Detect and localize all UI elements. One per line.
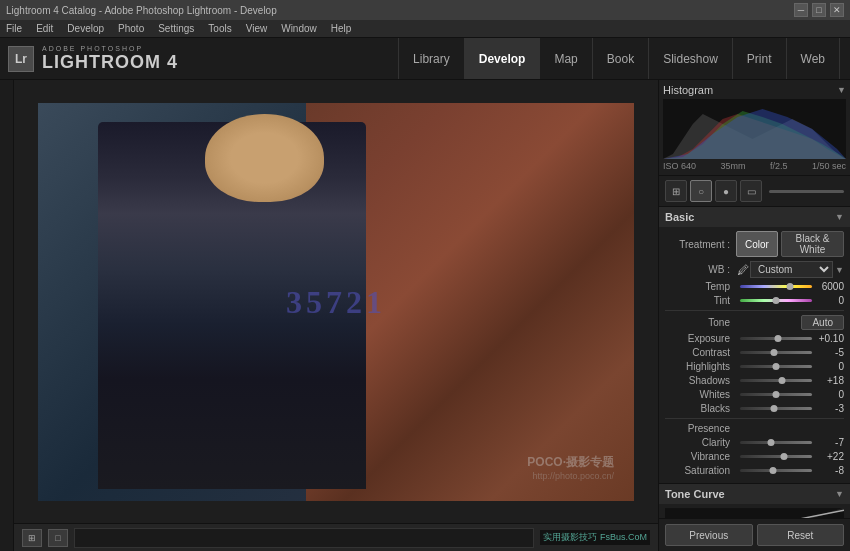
nav-tab-develop[interactable]: Develop <box>464 38 540 79</box>
temp-slider-row: Temp 6000 <box>665 281 844 292</box>
saturation-label: Saturation <box>665 465 730 476</box>
exposure-slider-row: Exposure +0.10 <box>665 333 844 344</box>
eyedropper-icon[interactable]: 🖉 <box>736 263 750 277</box>
reset-button[interactable]: Reset <box>757 524 845 546</box>
basic-section-header[interactable]: Basic ▼ <box>659 207 850 227</box>
menu-window[interactable]: Window <box>281 23 317 34</box>
menu-develop[interactable]: Develop <box>67 23 104 34</box>
tint-value: 0 <box>816 295 844 306</box>
auto-button[interactable]: Auto <box>801 315 844 330</box>
nav-tab-map[interactable]: Map <box>539 38 591 79</box>
nav-tab-slideshow[interactable]: Slideshow <box>648 38 732 79</box>
logo-area: Lr ADOBE PHOTOSHOP LIGHTROOM 4 <box>8 45 178 73</box>
contrast-thumb[interactable] <box>770 349 777 356</box>
highlights-label: Highlights <box>665 361 730 372</box>
shadows-track[interactable] <box>740 379 812 382</box>
nav-tab-web[interactable]: Web <box>786 38 840 79</box>
shadows-thumb[interactable] <box>779 377 786 384</box>
tone-row: Tone Auto <box>665 315 844 330</box>
highlights-track[interactable] <box>740 365 812 368</box>
menu-edit[interactable]: Edit <box>36 23 53 34</box>
tint-label: Tint <box>665 295 730 306</box>
titlebar-controls: ─ □ ✕ <box>794 3 844 17</box>
whites-slider-row: Whites 0 <box>665 389 844 400</box>
loupe-view-button[interactable]: □ <box>48 529 68 547</box>
exposure-thumb[interactable] <box>775 335 782 342</box>
saturation-slider-row: Saturation -8 <box>665 465 844 476</box>
person-head <box>205 114 324 202</box>
saturation-thumb[interactable] <box>770 467 777 474</box>
menu-photo[interactable]: Photo <box>118 23 144 34</box>
contrast-value: -5 <box>816 347 844 358</box>
clarity-track[interactable] <box>740 441 812 444</box>
left-panel <box>0 80 14 551</box>
red-eye-tool[interactable]: ● <box>715 180 737 202</box>
spot-heal-tool[interactable]: ○ <box>690 180 712 202</box>
menu-help[interactable]: Help <box>331 23 352 34</box>
tint-thumb[interactable] <box>773 297 780 304</box>
nav-tab-library[interactable]: Library <box>398 38 464 79</box>
menu-view[interactable]: View <box>246 23 268 34</box>
nav-tab-book[interactable]: Book <box>592 38 648 79</box>
menu-tools[interactable]: Tools <box>208 23 231 34</box>
highlights-value: 0 <box>816 361 844 372</box>
blacks-track[interactable] <box>740 407 812 410</box>
bottom-label: 实用摄影技巧 FsBus.CoM <box>540 530 650 545</box>
tone-label: Tone <box>665 317 730 328</box>
previous-button[interactable]: Previous <box>665 524 753 546</box>
highlights-thumb[interactable] <box>773 363 780 370</box>
tone-curve-header[interactable]: Tone Curve ▼ <box>659 484 850 504</box>
basic-chevron: ▼ <box>835 212 844 222</box>
vibrance-track[interactable] <box>740 455 812 458</box>
vibrance-thumb[interactable] <box>780 453 787 460</box>
photo-container: 35721 POCO·摄影专题 http://photo.poco.cn/ <box>38 103 634 501</box>
wb-row: WB : 🖉 Custom ▼ <box>665 261 844 278</box>
vibrance-label: Vibrance <box>665 451 730 462</box>
temp-label: Temp <box>665 281 730 292</box>
menubar: File Edit Develop Photo Settings Tools V… <box>0 20 850 38</box>
saturation-track[interactable] <box>740 469 812 472</box>
tone-curve-content <box>659 504 850 518</box>
basic-content: Treatment : Color Black & White WB : 🖉 C… <box>659 227 850 483</box>
lr-badge: Lr <box>8 46 34 72</box>
tint-track[interactable] <box>740 299 812 302</box>
photo-area: 35721 POCO·摄影专题 http://photo.poco.cn/ <box>14 80 658 523</box>
tool-slider[interactable] <box>769 190 844 193</box>
tone-curve-section: Tone Curve ▼ <box>659 484 850 518</box>
header: Lr ADOBE PHOTOSHOP LIGHTROOM 4 Library D… <box>0 38 850 80</box>
menu-settings[interactable]: Settings <box>158 23 194 34</box>
shutter-value: 1/50 sec <box>812 161 846 171</box>
vibrance-slider-row: Vibrance +22 <box>665 451 844 462</box>
window-title: Lightroom 4 Catalog - Adobe Photoshop Li… <box>6 5 277 16</box>
crop-tool[interactable]: ⊞ <box>665 180 687 202</box>
whites-thumb[interactable] <box>773 391 780 398</box>
exposure-value: +0.10 <box>816 333 844 344</box>
menu-file[interactable]: File <box>6 23 22 34</box>
aperture-value: f/2.5 <box>770 161 788 171</box>
blacks-thumb[interactable] <box>770 405 777 412</box>
histogram-chevron[interactable]: ▼ <box>837 85 846 95</box>
temp-thumb[interactable] <box>787 283 794 290</box>
histogram-canvas <box>663 99 846 159</box>
maximize-button[interactable]: □ <box>812 3 826 17</box>
close-button[interactable]: ✕ <box>830 3 844 17</box>
temp-track[interactable] <box>740 285 812 288</box>
nav-tab-print[interactable]: Print <box>732 38 786 79</box>
minimize-button[interactable]: ─ <box>794 3 808 17</box>
clarity-value: -7 <box>816 437 844 448</box>
whites-track[interactable] <box>740 393 812 396</box>
contrast-track[interactable] <box>740 351 812 354</box>
iso-value: ISO 640 <box>663 161 696 171</box>
wb-select[interactable]: Custom <box>750 261 833 278</box>
grid-view-button[interactable]: ⊞ <box>22 529 42 547</box>
exposure-track[interactable] <box>740 337 812 340</box>
contrast-slider-row: Contrast -5 <box>665 347 844 358</box>
center-panel: 35721 POCO·摄影专题 http://photo.poco.cn/ ⊞ … <box>14 80 658 551</box>
bw-treatment-button[interactable]: Black & White <box>781 231 844 257</box>
color-treatment-button[interactable]: Color <box>736 231 778 257</box>
presence-row: Presence <box>665 423 844 434</box>
grad-filter-tool[interactable]: ▭ <box>740 180 762 202</box>
tool-row: ⊞ ○ ● ▭ <box>659 176 850 207</box>
clarity-thumb[interactable] <box>767 439 774 446</box>
treatment-row: Treatment : Color Black & White <box>665 231 844 257</box>
